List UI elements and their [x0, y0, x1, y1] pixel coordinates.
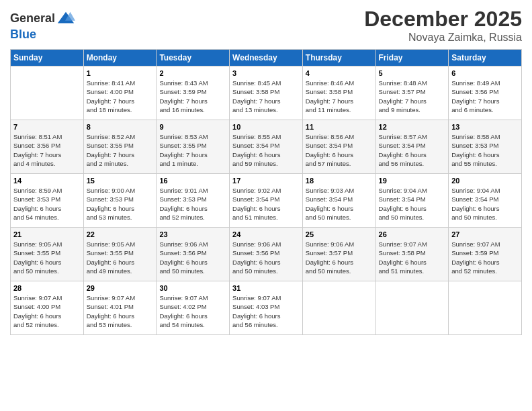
col-tuesday: Tuesday	[157, 50, 230, 66]
calendar-table: Sunday Monday Tuesday Wednesday Thursday…	[10, 49, 522, 335]
logo-text: General	[10, 12, 55, 26]
day-cell: 7Sunrise: 8:51 AM Sunset: 3:56 PM Daylig…	[11, 120, 84, 174]
day-cell: 8Sunrise: 8:52 AM Sunset: 3:55 PM Daylig…	[83, 120, 157, 174]
day-number: 14	[13, 177, 81, 185]
day-number: 22	[87, 230, 154, 238]
day-cell: 10Sunrise: 8:55 AM Sunset: 3:54 PM Dayli…	[230, 120, 303, 174]
day-number: 17	[232, 177, 300, 185]
day-number: 7	[13, 123, 81, 131]
day-number: 5	[379, 69, 446, 77]
col-friday: Friday	[375, 50, 449, 66]
day-info: Sunrise: 9:07 AM Sunset: 3:59 PM Dayligh…	[451, 240, 519, 275]
day-info: Sunrise: 9:02 AM Sunset: 3:54 PM Dayligh…	[232, 186, 300, 222]
day-cell: 13Sunrise: 8:58 AM Sunset: 3:53 PM Dayli…	[449, 120, 522, 174]
day-number: 11	[306, 123, 373, 131]
col-wednesday: Wednesday	[230, 50, 303, 66]
day-info: Sunrise: 8:55 AM Sunset: 3:54 PM Dayligh…	[232, 132, 300, 168]
day-number: 20	[451, 177, 519, 185]
week-row-1: 7Sunrise: 8:51 AM Sunset: 3:56 PM Daylig…	[11, 120, 522, 174]
day-number: 15	[87, 177, 154, 185]
logo-general: General	[10, 11, 55, 25]
day-number: 2	[159, 69, 226, 77]
day-info: Sunrise: 8:43 AM Sunset: 3:59 PM Dayligh…	[159, 79, 226, 114]
day-number: 16	[159, 177, 226, 185]
day-cell: 15Sunrise: 9:00 AM Sunset: 3:53 PM Dayli…	[83, 174, 157, 228]
day-info: Sunrise: 8:52 AM Sunset: 3:55 PM Dayligh…	[87, 132, 154, 168]
day-info: Sunrise: 9:04 AM Sunset: 3:54 PM Dayligh…	[451, 186, 519, 222]
day-cell: 19Sunrise: 9:04 AM Sunset: 3:54 PM Dayli…	[375, 174, 449, 228]
day-number: 6	[451, 69, 519, 77]
day-cell: 1Sunrise: 8:41 AM Sunset: 4:00 PM Daylig…	[83, 66, 157, 120]
day-info: Sunrise: 9:05 AM Sunset: 3:55 PM Dayligh…	[13, 240, 81, 275]
day-cell: 29Sunrise: 9:07 AM Sunset: 4:01 PM Dayli…	[83, 281, 157, 335]
day-number: 28	[13, 284, 81, 292]
day-number: 24	[232, 230, 300, 238]
header: General Blue December 2025 Novaya Zaimka…	[10, 7, 522, 44]
day-cell: 5Sunrise: 8:48 AM Sunset: 3:57 PM Daylig…	[375, 66, 449, 120]
main-container: General Blue December 2025 Novaya Zaimka…	[0, 0, 532, 342]
location-subtitle: Novaya Zaimka, Russia	[364, 32, 522, 44]
logo: General Blue	[10, 9, 75, 42]
day-number: 10	[232, 123, 300, 131]
day-info: Sunrise: 8:57 AM Sunset: 3:54 PM Dayligh…	[379, 132, 446, 168]
day-number: 31	[232, 284, 300, 292]
day-number: 25	[306, 230, 373, 238]
week-row-0: 1Sunrise: 8:41 AM Sunset: 4:00 PM Daylig…	[11, 66, 522, 120]
day-cell: 17Sunrise: 9:02 AM Sunset: 3:54 PM Dayli…	[230, 174, 303, 228]
day-info: Sunrise: 9:01 AM Sunset: 3:53 PM Dayligh…	[159, 186, 226, 222]
week-row-3: 21Sunrise: 9:05 AM Sunset: 3:55 PM Dayli…	[11, 228, 522, 281]
month-title: December 2025	[364, 7, 522, 32]
day-cell: 24Sunrise: 9:06 AM Sunset: 3:56 PM Dayli…	[230, 228, 303, 281]
day-number: 3	[232, 69, 300, 77]
week-row-2: 14Sunrise: 8:59 AM Sunset: 3:53 PM Dayli…	[11, 174, 522, 228]
day-number: 4	[306, 69, 373, 77]
day-number: 27	[451, 230, 519, 238]
day-cell: 20Sunrise: 9:04 AM Sunset: 3:54 PM Dayli…	[449, 174, 522, 228]
day-info: Sunrise: 9:06 AM Sunset: 3:57 PM Dayligh…	[306, 240, 373, 275]
col-sunday: Sunday	[11, 50, 84, 66]
day-cell: 11Sunrise: 8:56 AM Sunset: 3:54 PM Dayli…	[302, 120, 375, 174]
day-cell: 3Sunrise: 8:45 AM Sunset: 3:58 PM Daylig…	[230, 66, 303, 120]
day-info: Sunrise: 8:56 AM Sunset: 3:54 PM Dayligh…	[306, 132, 373, 168]
day-cell: 12Sunrise: 8:57 AM Sunset: 3:54 PM Dayli…	[375, 120, 449, 174]
day-info: Sunrise: 8:49 AM Sunset: 3:56 PM Dayligh…	[451, 79, 519, 114]
day-info: Sunrise: 9:07 AM Sunset: 4:01 PM Dayligh…	[87, 293, 154, 329]
day-cell	[375, 281, 449, 335]
day-number: 23	[159, 230, 226, 238]
day-number: 1	[87, 69, 154, 77]
header-row: Sunday Monday Tuesday Wednesday Thursday…	[11, 50, 522, 66]
day-cell: 6Sunrise: 8:49 AM Sunset: 3:56 PM Daylig…	[449, 66, 522, 120]
day-cell: 16Sunrise: 9:01 AM Sunset: 3:53 PM Dayli…	[157, 174, 230, 228]
logo-icon	[56, 9, 75, 28]
day-cell: 21Sunrise: 9:05 AM Sunset: 3:55 PM Dayli…	[11, 228, 84, 281]
day-info: Sunrise: 8:41 AM Sunset: 4:00 PM Dayligh…	[87, 79, 154, 114]
day-cell: 30Sunrise: 9:07 AM Sunset: 4:02 PM Dayli…	[157, 281, 230, 335]
calendar-header: Sunday Monday Tuesday Wednesday Thursday…	[11, 50, 522, 66]
day-cell: 22Sunrise: 9:05 AM Sunset: 3:55 PM Dayli…	[83, 228, 157, 281]
day-info: Sunrise: 8:46 AM Sunset: 3:58 PM Dayligh…	[306, 79, 373, 114]
day-cell: 2Sunrise: 8:43 AM Sunset: 3:59 PM Daylig…	[157, 66, 230, 120]
day-info: Sunrise: 9:07 AM Sunset: 4:03 PM Dayligh…	[232, 293, 300, 329]
day-number: 21	[13, 230, 81, 238]
day-cell: 25Sunrise: 9:06 AM Sunset: 3:57 PM Dayli…	[302, 228, 375, 281]
day-cell: 4Sunrise: 8:46 AM Sunset: 3:58 PM Daylig…	[302, 66, 375, 120]
day-cell: 27Sunrise: 9:07 AM Sunset: 3:59 PM Dayli…	[449, 228, 522, 281]
day-info: Sunrise: 8:59 AM Sunset: 3:53 PM Dayligh…	[13, 186, 81, 222]
day-cell	[449, 281, 522, 335]
title-block: December 2025 Novaya Zaimka, Russia	[364, 7, 522, 44]
day-info: Sunrise: 9:07 AM Sunset: 3:58 PM Dayligh…	[379, 240, 446, 275]
day-info: Sunrise: 9:06 AM Sunset: 3:56 PM Dayligh…	[159, 240, 226, 275]
day-cell	[302, 281, 375, 335]
day-info: Sunrise: 9:00 AM Sunset: 3:53 PM Dayligh…	[87, 186, 154, 222]
day-info: Sunrise: 9:03 AM Sunset: 3:54 PM Dayligh…	[306, 186, 373, 222]
col-thursday: Thursday	[302, 50, 375, 66]
day-info: Sunrise: 9:07 AM Sunset: 4:00 PM Dayligh…	[13, 293, 81, 329]
day-cell: 26Sunrise: 9:07 AM Sunset: 3:58 PM Dayli…	[375, 228, 449, 281]
day-info: Sunrise: 8:48 AM Sunset: 3:57 PM Dayligh…	[379, 79, 446, 114]
day-cell: 14Sunrise: 8:59 AM Sunset: 3:53 PM Dayli…	[11, 174, 84, 228]
day-cell: 9Sunrise: 8:53 AM Sunset: 3:55 PM Daylig…	[157, 120, 230, 174]
day-info: Sunrise: 8:51 AM Sunset: 3:56 PM Dayligh…	[13, 132, 81, 168]
day-cell: 18Sunrise: 9:03 AM Sunset: 3:54 PM Dayli…	[302, 174, 375, 228]
day-info: Sunrise: 9:04 AM Sunset: 3:54 PM Dayligh…	[379, 186, 446, 222]
week-row-4: 28Sunrise: 9:07 AM Sunset: 4:00 PM Dayli…	[11, 281, 522, 335]
